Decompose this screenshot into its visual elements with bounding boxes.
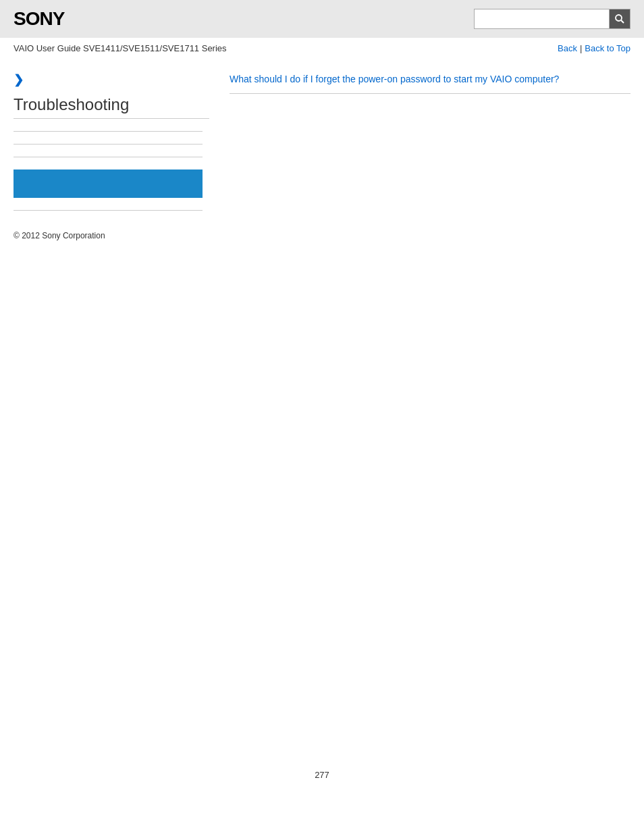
sidebar-divider-3 — [14, 157, 203, 157]
sony-logo: SONY — [14, 8, 64, 30]
copyright-text: © 2012 Sony Corporation — [14, 231, 105, 240]
sidebar-divider-2 — [14, 144, 203, 145]
page-number: 277 — [0, 756, 644, 793]
footer-copyright: © 2012 Sony Corporation — [0, 217, 644, 254]
svg-point-0 — [616, 15, 622, 21]
nav-title: VAIO User Guide SVE1411/SVE1511/SVE1711 … — [14, 43, 227, 53]
nav-links: Back | Back to Top — [558, 43, 630, 53]
nav-separator: | — [580, 43, 582, 53]
svg-line-1 — [621, 20, 624, 23]
content-area: What should I do if I forget the power-o… — [223, 66, 630, 211]
nav-bar: VAIO User Guide SVE1411/SVE1511/SVE1711 … — [0, 38, 644, 59]
sidebar-blue-button[interactable] — [14, 170, 203, 198]
search-button[interactable] — [609, 9, 630, 29]
sidebar-arrow: ❯ — [14, 72, 209, 87]
search-input[interactable] — [474, 9, 609, 29]
sidebar-divider-1 — [14, 131, 203, 132]
main-content: ❯ Troubleshooting What should I do if I … — [0, 59, 644, 217]
sidebar-divider-4 — [14, 210, 203, 211]
sidebar-title: Troubleshooting — [14, 95, 209, 119]
search-icon — [614, 14, 625, 24]
sidebar: ❯ Troubleshooting — [14, 66, 223, 211]
back-to-top-link[interactable]: Back to Top — [585, 43, 630, 53]
search-area — [474, 9, 630, 29]
main-content-link[interactable]: What should I do if I forget the power-o… — [230, 72, 630, 86]
header: SONY — [0, 0, 644, 38]
back-link[interactable]: Back — [558, 43, 577, 53]
content-divider — [230, 93, 630, 94]
